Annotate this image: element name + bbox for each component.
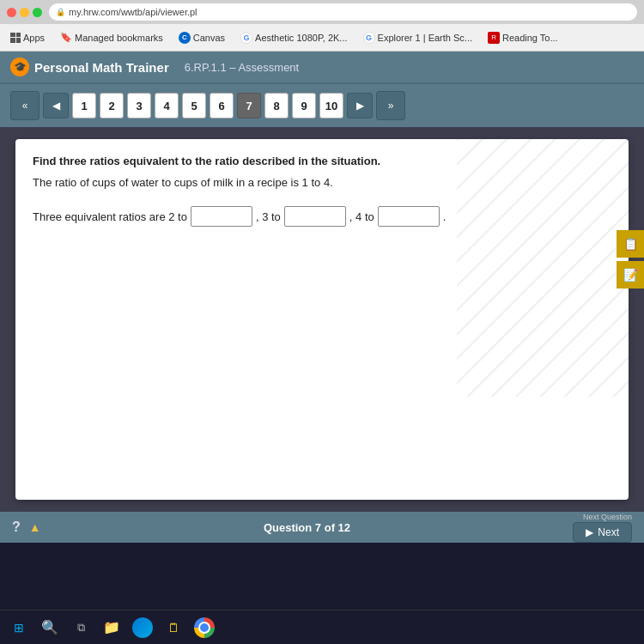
pmt-icon: 🎓 [10, 58, 29, 76]
close-button[interactable] [7, 8, 16, 17]
side-button-2[interactable]: 📝 [617, 261, 644, 289]
canvas-favicon: C [179, 32, 191, 44]
answer-row: Three equivalent ratios are 2 to , 3 to … [33, 206, 611, 227]
taskbar: ⊞ 🔍 ⧉ 📁 🗒 [0, 610, 644, 644]
page-7[interactable]: 7 [237, 93, 261, 118]
bookmark-managed[interactable]: 🔖 Managed bookmarks [55, 30, 168, 45]
url-text: my.hrw.com/wwtb/api/viewer.pl [69, 7, 197, 17]
edge-button[interactable] [131, 616, 155, 640]
lock-icon: 🔒 [56, 8, 65, 16]
page-2[interactable]: 2 [100, 93, 124, 118]
side-buttons: 📋 📝 [617, 230, 644, 289]
next-button-wrapper: Next Question ▶ Next [573, 513, 632, 543]
answer-prefix: Three equivalent ratios are 2 to [33, 210, 187, 223]
apps-favicon [10, 33, 21, 43]
windows-start-button[interactable]: ⊞ [7, 616, 31, 640]
question-body: The ratio of cups of water to cups of mi… [33, 176, 611, 189]
first-page-button[interactable]: « [10, 91, 39, 120]
bookmark-apps[interactable]: Apps [5, 31, 50, 45]
answer-sep-1: , 3 to [256, 210, 281, 223]
minimize-button[interactable] [20, 8, 29, 17]
sticky-notes-button[interactable]: 🗒 [161, 616, 185, 640]
nav-bar: « ◀ 1 2 3 4 5 6 7 8 9 10 ▶ » [0, 84, 644, 127]
bookmark-explorer[interactable]: G Explorer 1 | Earth Sc... [358, 30, 477, 46]
next-button[interactable]: ▶ Next [573, 522, 632, 543]
answer-sep-2: , 4 to [349, 210, 374, 223]
side-button-1[interactable]: 📋 [617, 230, 644, 258]
question-content-area: Find three ratios equivalent to the rati… [15, 139, 629, 500]
bookmark-explorer-label: Explorer 1 | Earth Sc... [378, 33, 472, 43]
answer-input-1[interactable] [191, 206, 252, 227]
browser-chrome: 🔒 my.hrw.com/wwtb/api/viewer.pl Apps 🔖 M… [0, 0, 644, 52]
maximize-button[interactable] [33, 8, 42, 17]
bookmark-canvas-label: Canvas [193, 33, 225, 43]
bookmark-managed-label: Managed bookmarks [75, 33, 163, 43]
page-5[interactable]: 5 [182, 93, 206, 118]
page-8[interactable]: 8 [264, 93, 289, 118]
explorer-favicon: G [363, 32, 375, 44]
bookmark-aesthetic-label: Aesthetic 1080P, 2K... [255, 33, 347, 43]
chrome-icon [194, 617, 215, 638]
browser-titlebar: 🔒 my.hrw.com/wwtb/api/viewer.pl [0, 0, 644, 24]
chrome-button[interactable] [192, 616, 216, 640]
help-button[interactable]: ? [12, 519, 21, 535]
next-button-label: Next [598, 526, 619, 538]
task-view-button[interactable]: ⧉ [69, 616, 93, 640]
reading-favicon: R [488, 32, 500, 44]
question-counter: Question 7 of 12 [50, 521, 565, 534]
answer-input-3[interactable] [378, 206, 440, 227]
bookmarks-bar: Apps 🔖 Managed bookmarks C Canvas G Aest… [0, 24, 644, 52]
pmt-standard: 6.RP.1.1 – Assessment [185, 61, 300, 74]
last-page-button[interactable]: » [376, 91, 405, 120]
edge-icon [132, 617, 153, 638]
url-bar[interactable]: 🔒 my.hrw.com/wwtb/api/viewer.pl [49, 3, 637, 21]
answer-period: . [443, 210, 447, 223]
prev-page-button[interactable]: ◀ [43, 93, 69, 118]
page-1[interactable]: 1 [72, 93, 96, 118]
next-icon: ▶ [586, 526, 593, 538]
pmt-logo: 🎓 Personal Math Trainer [10, 58, 169, 76]
bookmark-reading[interactable]: R Reading To... [483, 30, 563, 46]
bookmark-aesthetic[interactable]: G Aesthetic 1080P, 2K... [235, 30, 352, 46]
warning-icon: ▲ [29, 520, 41, 534]
page-10[interactable]: 10 [319, 93, 343, 118]
search-button[interactable]: 🔍 [38, 616, 62, 640]
bookmark-canvas[interactable]: C Canvas [173, 30, 230, 46]
question-footer: ? ▲ Question 7 of 12 Next Question ▶ Nex… [0, 512, 644, 543]
bookmark-favicon-managed: 🔖 [60, 32, 72, 43]
file-explorer-button[interactable]: 📁 [100, 616, 124, 640]
page-9[interactable]: 9 [292, 93, 316, 118]
page-4[interactable]: 4 [155, 93, 179, 118]
question-instruction: Find three ratios equivalent to the rati… [33, 155, 611, 167]
answer-input-2[interactable] [284, 206, 346, 227]
bookmark-apps-label: Apps [23, 33, 45, 43]
window-controls [7, 8, 42, 17]
bookmark-reading-label: Reading To... [502, 33, 558, 43]
next-question-label: Next Question [583, 513, 632, 521]
page-6[interactable]: 6 [210, 93, 234, 118]
pmt-title: Personal Math Trainer [34, 60, 169, 75]
pmt-header: 🎓 Personal Math Trainer 6.RP.1.1 – Asses… [0, 52, 644, 84]
page-3[interactable]: 3 [127, 93, 151, 118]
aesthetic-favicon: G [240, 32, 252, 44]
next-page-button[interactable]: ▶ [347, 93, 373, 118]
